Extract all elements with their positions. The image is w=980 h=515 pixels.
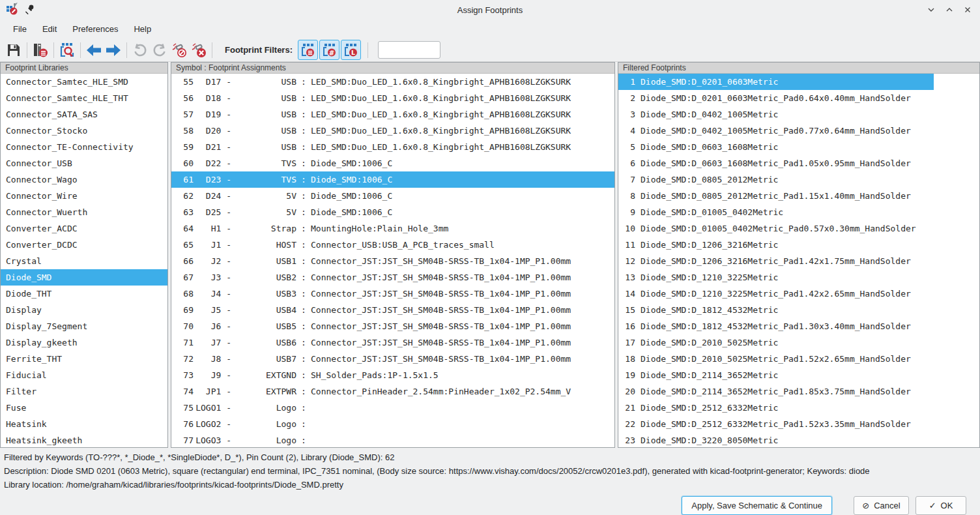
filter-by-pin-count-toggle[interactable]: # <box>319 40 339 60</box>
filter-by-library-toggle[interactable]: L <box>341 40 361 60</box>
menu-item[interactable]: Edit <box>35 22 65 37</box>
library-list-item[interactable]: Connector_Wago <box>1 171 167 188</box>
prev-arrow-icon <box>85 42 102 58</box>
assignment-row[interactable]: 74 JP1 - EXTPWR : Connector_PinHeader_2.… <box>171 383 614 400</box>
library-list-item[interactable]: Connector_Samtec_HLE_THT <box>1 90 167 106</box>
library-list-item[interactable]: Display <box>1 302 167 318</box>
assignment-row[interactable]: 75 LOGO1 - Logo : <box>171 400 614 416</box>
statusbar: Filtered by Keywords (TO-???*, *_Diode_*… <box>0 448 980 493</box>
save-button[interactable] <box>4 40 23 60</box>
footprint-list-item[interactable]: 10Diode_SMD:D_01005_0402Metric_Pad0.57x0… <box>618 220 979 237</box>
filtered-footprints-panel: Filtered Footprints 1Diode_SMD:D_0201_06… <box>618 62 980 448</box>
footprint-list-item[interactable]: 7Diode_SMD:D_0805_2012Metric <box>618 171 979 188</box>
assignment-row[interactable]: 57 D19 - USB : LED_SMD:Duo_LED_1.6x0.8_K… <box>171 106 614 123</box>
footprint-list-item[interactable]: 16Diode_SMD:D_1812_4532Metric_Pad1.30x3.… <box>618 318 979 334</box>
assignment-row[interactable]: 76 LOGO2 - Logo : <box>171 416 614 432</box>
library-list-item[interactable]: Connector_Wuerth <box>1 204 167 220</box>
minimize-button[interactable] <box>927 5 936 14</box>
assignment-row[interactable]: 64 H1 - Strap : MountingHole:Plain_Hole_… <box>171 220 614 237</box>
footprint-table-button[interactable] <box>31 40 50 60</box>
assignment-row[interactable]: 71 J7 - USB6 : Connector_JST:JST_SH_SM04… <box>171 334 614 351</box>
menu-item[interactable]: Help <box>126 22 159 37</box>
assignment-row[interactable]: 73 J9 - EXTGND : SH_Solder_Pads:1P-1.5x1… <box>171 367 614 383</box>
library-list-item[interactable]: Heatsink <box>1 416 167 432</box>
library-list-item[interactable]: Connector_TE-Connectivity <box>1 139 167 155</box>
assignment-row[interactable]: 67 J3 - USB2 : Connector_JST:JST_SH_SM04… <box>171 269 614 286</box>
footprint-list-item[interactable]: 22Diode_SMD:D_2512_6332Metric_Pad1.52x3.… <box>618 416 979 432</box>
assignment-row[interactable]: 65 J1 - HOST : Connector_USB:USB_A_PCB_t… <box>171 237 614 253</box>
footprints-header: Filtered Footprints <box>618 63 979 74</box>
ok-button[interactable]: ✓ OK <box>915 496 966 515</box>
library-list-item[interactable]: Display_7Segment <box>1 318 167 334</box>
footprints-list: 1Diode_SMD:D_0201_0603Metric 2Diode_SMD:… <box>618 74 979 447</box>
delete-association-icon <box>171 42 188 59</box>
delete-association-button[interactable] <box>169 40 189 60</box>
library-list-item[interactable]: Fuse <box>1 400 167 416</box>
footprint-list-item[interactable]: 3Diode_SMD:D_0402_1005Metric <box>618 106 979 123</box>
redo-button[interactable] <box>150 40 169 60</box>
assignment-row[interactable]: 69 J5 - USB4 : Connector_JST:JST_SH_SM04… <box>171 302 614 318</box>
footprint-list-item[interactable]: 8Diode_SMD:D_0805_2012Metric_Pad1.15x1.4… <box>618 188 979 204</box>
footprint-list-item[interactable]: 5Diode_SMD:D_0603_1608Metric <box>618 139 979 155</box>
footprint-list-item[interactable]: 14Diode_SMD:D_1210_3225Metric_Pad1.42x2.… <box>618 286 979 302</box>
assignment-row[interactable]: 68 J4 - USB3 : Connector_JST:JST_SH_SM04… <box>171 286 614 302</box>
view-footprint-button[interactable] <box>57 40 77 60</box>
library-list-item[interactable]: Converter_ACDC <box>1 220 167 237</box>
assignment-row[interactable]: 70 J6 - USB5 : Connector_JST:JST_SH_SM04… <box>171 318 614 334</box>
assignment-row[interactable]: 63 D25 - 5V : Diode_SMD:1006_C <box>171 204 614 220</box>
prev-unassigned-button[interactable] <box>84 40 104 60</box>
cancel-button[interactable]: ⊘ Cancel <box>854 496 909 515</box>
menu-item[interactable]: File <box>5 22 35 37</box>
next-unassigned-button[interactable] <box>104 40 123 60</box>
next-arrow-icon <box>105 42 122 58</box>
footprint-list-item[interactable]: 4Diode_SMD:D_0402_1005Metric_Pad0.77x0.6… <box>618 123 979 139</box>
close-button[interactable] <box>963 5 972 14</box>
footprint-list-item[interactable]: 6Diode_SMD:D_0603_1608Metric_Pad1.05x0.9… <box>618 155 979 171</box>
assignment-row[interactable]: 62 D24 - 5V : Diode_SMD:1006_C <box>171 188 614 204</box>
menu-item[interactable]: Preferences <box>65 22 126 37</box>
undo-button[interactable] <box>130 40 150 60</box>
footprint-list-item[interactable]: 13Diode_SMD:D_1210_3225Metric <box>618 269 979 286</box>
delete-all-associations-button[interactable] <box>189 40 209 60</box>
library-list-item[interactable]: Heatsink_gkeeth <box>1 432 167 447</box>
footprint-list-item[interactable]: 20Diode_SMD:D_2114_3652Metric_Pad1.85x3.… <box>618 383 979 400</box>
footprint-list-item[interactable]: 19Diode_SMD:D_2114_3652Metric <box>618 367 979 383</box>
footprint-list-item[interactable]: 21Diode_SMD:D_2512_6332Metric <box>618 400 979 416</box>
assignment-row[interactable]: 61 D23 - TVS : Diode_SMD:1006_C <box>171 171 614 188</box>
assignment-row[interactable]: 72 J8 - USB7 : Connector_JST:JST_SH_SM04… <box>171 351 614 367</box>
library-list-item[interactable]: Connector_Stocko <box>1 123 167 139</box>
library-list-item[interactable]: Diode_THT <box>1 286 167 302</box>
footprint-list-item[interactable]: 23Diode_SMD:D_3220_8050Metric <box>618 432 979 447</box>
assignment-row[interactable]: 60 D22 - TVS : Diode_SMD:1006_C <box>171 155 614 171</box>
maximize-button[interactable] <box>945 5 954 14</box>
library-list-item[interactable]: Ferrite_THT <box>1 351 167 367</box>
library-list-item[interactable]: Fiducial <box>1 367 167 383</box>
library-list-item[interactable]: Crystal <box>1 253 167 269</box>
assignment-row[interactable]: 77 LOGO3 - Logo : <box>171 432 614 447</box>
library-list-item[interactable]: Converter_DCDC <box>1 237 167 253</box>
library-list-item[interactable]: Connector_USB <box>1 155 167 171</box>
assignment-row[interactable]: 58 D20 - USB : LED_SMD:Duo_LED_1.6x0.8_K… <box>171 123 614 139</box>
footprint-list-item[interactable]: 17Diode_SMD:D_2010_5025Metric <box>618 334 979 351</box>
assignment-row[interactable]: 55 D17 - USB : LED_SMD:Duo_LED_1.6x0.8_K… <box>171 74 614 90</box>
footprint-list-item[interactable]: 18Diode_SMD:D_2010_5025Metric_Pad1.52x2.… <box>618 351 979 367</box>
library-list-item[interactable]: Display_gkeeth <box>1 334 167 351</box>
footprint-list-item[interactable]: 2Diode_SMD:D_0201_0603Metric_Pad0.64x0.4… <box>618 90 979 106</box>
assignment-row[interactable]: 56 D18 - USB : LED_SMD:Duo_LED_1.6x0.8_K… <box>171 90 614 106</box>
assignment-row[interactable]: 66 J2 - USB1 : Connector_JST:JST_SH_SM04… <box>171 253 614 269</box>
apply-save-continue-button[interactable]: Apply, Save Schematic & Continue <box>682 496 832 515</box>
library-list-item[interactable]: Filter <box>1 383 167 400</box>
footprint-list-item[interactable]: 12Diode_SMD:D_1206_3216Metric_Pad1.42x1.… <box>618 253 979 269</box>
library-list-item[interactable]: Connector_Wire <box>1 188 167 204</box>
footprint-filter-input[interactable] <box>378 41 440 59</box>
footprint-list-item[interactable]: 11Diode_SMD:D_1206_3216Metric <box>618 237 979 253</box>
footprint-list-item[interactable]: 15Diode_SMD:D_1812_4532Metric <box>618 302 979 318</box>
library-list-item[interactable]: Connector_SATA_SAS <box>1 106 167 123</box>
window-title: Assign Footprints <box>0 5 980 15</box>
filter-by-keyword-toggle[interactable] <box>298 40 318 60</box>
assignment-row[interactable]: 59 D21 - USB : LED_SMD:Duo_LED_1.6x0.8_K… <box>171 139 614 155</box>
footprint-list-item[interactable]: 9Diode_SMD:D_01005_0402Metric <box>618 204 979 220</box>
library-list-item[interactable]: Diode_SMD <box>1 269 167 286</box>
library-list-item[interactable]: Connector_Samtec_HLE_SMD <box>1 74 167 90</box>
footprint-list-item[interactable]: 1Diode_SMD:D_0201_0603Metric <box>618 74 979 90</box>
